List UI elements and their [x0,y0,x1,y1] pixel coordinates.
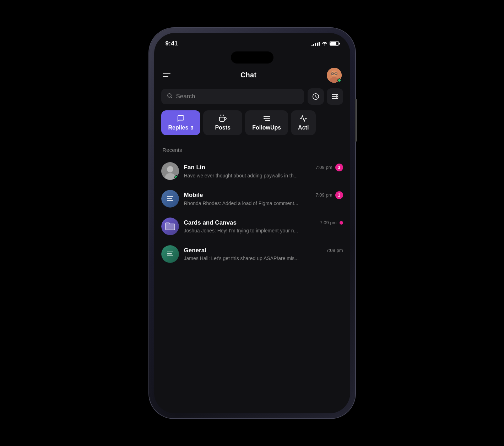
chat-avatar-general [161,245,179,263]
hamburger-menu-icon[interactable] [163,73,170,77]
posts-icon [219,115,227,122]
clock-icon [312,93,320,100]
tab-followups[interactable]: FollowUps [245,110,288,135]
dynamic-island [231,51,273,64]
chat-avatar-mobile [161,190,179,208]
tab-replies[interactable]: Replies 3 [161,110,201,135]
phone-screen: 9:41 [154,33,350,413]
svg-point-17 [167,166,173,172]
user-avatar[interactable] [327,68,342,83]
section-divider [161,141,343,141]
chat-content-general: General 7:09 pm James Hall: Let's get th… [184,247,343,261]
chat-content-cards-canvas: Cards and Canvas 7:09 pm Joshua Jones: H… [184,219,343,233]
chat-preview-general: James Hall: Let's get this shared up ASA… [184,255,343,261]
chat-name-mobile: Mobile [184,192,203,199]
signal-icon [311,42,320,46]
chat-preview-fan-lin: Have we ever thought about adding paywal… [184,173,343,178]
tabs-row: Replies 3 Posts [154,109,350,141]
chat-name-fan-lin: Fan Lin [184,164,205,171]
avatar-online-indicator [337,78,341,82]
tab-followups-label: FollowUps [252,125,281,131]
chat-content-mobile: Mobile 7:09 pm 1 Rhonda Rhodes: Added a … [184,191,343,206]
chat-preview-mobile: Rhonda Rhodes: Added a load of Figma com… [184,200,343,206]
chat-time-general: 7:09 pm [326,248,343,253]
search-placeholder: Search [176,93,195,100]
chat-time-mobile: 7:09 pm [316,192,332,198]
recents-label: Recents [154,147,350,157]
chat-list: Fan Lin 7:09 pm 3 Have we ever thought a… [154,157,350,268]
status-bar: 9:41 [154,33,350,51]
activity-icon [299,115,307,122]
chat-content-fan-lin: Fan Lin 7:09 pm 3 Have we ever thought a… [184,164,343,178]
general-list-icon [164,249,176,259]
chat-name-cards-canvas: Cards and Canvas [184,219,237,226]
chat-time-fan-lin: 7:09 pm [316,165,332,170]
filter-buttons [308,88,343,105]
tab-activity-label: Acti [298,125,309,131]
svg-line-8 [171,97,172,98]
status-time: 9:41 [166,40,178,47]
app-header: Chat [154,65,350,87]
filter-list-icon [331,93,339,100]
replies-icon [177,115,185,122]
wifi-icon [322,41,327,46]
mobile-list-icon [164,193,176,204]
tab-posts-label: Posts [215,125,231,131]
followups-icon [263,115,271,122]
page-title: Chat [240,71,256,79]
fan-lin-online-dot [174,175,179,180]
folder-icon [165,221,175,231]
chat-item-mobile[interactable]: Mobile 7:09 pm 1 Rhonda Rhodes: Added a … [154,185,350,213]
search-bar[interactable]: Search [161,89,304,104]
tab-replies-badge: 3 [190,125,193,131]
chat-preview-cards-canvas: Joshua Jones: Hey! I'm trying to impleme… [184,228,343,233]
chat-name-general: General [184,247,206,254]
tab-activity[interactable]: Acti [291,110,316,135]
unread-dot-cards-canvas [340,221,343,225]
chat-item-general[interactable]: General 7:09 pm James Hall: Let's get th… [154,240,350,268]
clock-filter-button[interactable] [308,88,324,105]
chat-item-fan-lin[interactable]: Fan Lin 7:09 pm 3 Have we ever thought a… [154,157,350,185]
search-row: Search [154,87,350,109]
chat-avatar-cards-canvas [161,218,179,235]
chat-avatar-fan-lin [161,162,179,180]
tab-posts[interactable]: Posts [203,110,242,135]
chat-item-cards-canvas[interactable]: Cards and Canvas 7:09 pm Joshua Jones: H… [154,213,350,240]
svg-point-7 [168,94,171,97]
status-icons [311,41,339,46]
chat-time-cards-canvas: 7:09 pm [320,220,337,225]
battery-icon [330,41,339,46]
unread-badge-fan-lin: 3 [335,164,343,171]
list-filter-button[interactable] [327,88,343,105]
search-icon [167,93,173,100]
unread-badge-mobile: 1 [335,191,343,199]
tab-replies-label: Replies [168,125,189,131]
phone-wrapper: 9:41 [149,28,355,418]
